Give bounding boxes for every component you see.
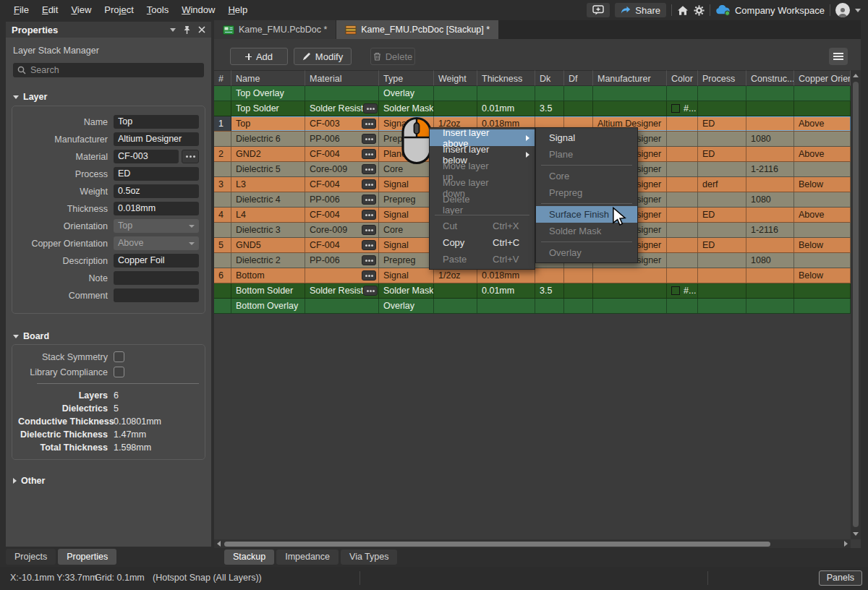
material-ellipsis-button[interactable] bbox=[362, 255, 376, 265]
field-input[interactable]: Copper Foil bbox=[114, 254, 199, 268]
panel-footer-tab[interactable]: Projects bbox=[6, 549, 56, 565]
pin-icon[interactable] bbox=[183, 25, 191, 35]
view-tab[interactable]: Stackup bbox=[224, 550, 274, 565]
header-cell[interactable]: # bbox=[214, 70, 231, 86]
workspace-button[interactable]: Company Workspace bbox=[715, 5, 825, 16]
table-row[interactable]: Top Overlay Overlay bbox=[214, 86, 851, 101]
header-cell[interactable]: Process bbox=[698, 70, 746, 86]
material-ellipsis-button[interactable] bbox=[362, 134, 376, 144]
material-ellipsis-button[interactable] bbox=[363, 103, 378, 114]
header-cell[interactable]: Name bbox=[231, 70, 305, 86]
panel-footer-tab[interactable]: Properties bbox=[58, 549, 116, 565]
material-ellipsis-button[interactable] bbox=[362, 270, 376, 281]
context-menu-item[interactable]: Delete layer bbox=[430, 196, 535, 213]
scroll-down-arrow[interactable] bbox=[853, 532, 859, 536]
context-menu-item[interactable]: Paste Ctrl+V bbox=[430, 251, 535, 268]
submenu-item[interactable]: Signal bbox=[536, 129, 637, 146]
field-input[interactable]: Altium Designer bbox=[114, 132, 199, 146]
submenu-item[interactable] bbox=[541, 165, 632, 166]
header-cell[interactable]: Material bbox=[305, 70, 379, 86]
field-input[interactable]: 0.5oz bbox=[114, 184, 199, 198]
header-cell[interactable]: Construc... bbox=[746, 70, 794, 86]
menu-item[interactable]: Project bbox=[98, 0, 140, 20]
submenu-item[interactable] bbox=[541, 203, 632, 204]
field-input[interactable]: 0.018mm bbox=[114, 202, 199, 215]
field-input[interactable] bbox=[114, 271, 199, 285]
material-ellipsis-button[interactable] bbox=[362, 164, 376, 174]
submenu-item[interactable]: Core bbox=[536, 168, 637, 184]
color-checkbox[interactable] bbox=[671, 104, 680, 113]
header-cell[interactable]: Color bbox=[667, 70, 698, 86]
section-other-header[interactable]: Other bbox=[13, 476, 45, 486]
search-input[interactable] bbox=[30, 65, 200, 75]
home-icon[interactable] bbox=[677, 5, 689, 16]
context-menu-item[interactable]: Copy Ctrl+C bbox=[430, 234, 535, 251]
header-cell[interactable]: Copper Orient bbox=[794, 70, 851, 86]
header-cell[interactable]: Manufacturer bbox=[593, 70, 667, 86]
header-cell[interactable]: Dk bbox=[535, 70, 564, 86]
checkbox[interactable] bbox=[114, 367, 124, 377]
checkbox[interactable] bbox=[114, 351, 124, 362]
table-menu-button[interactable] bbox=[829, 48, 848, 65]
header-cell[interactable]: Weight bbox=[434, 70, 477, 86]
scroll-right-arrow[interactable] bbox=[844, 541, 848, 547]
scroll-thumb[interactable] bbox=[853, 82, 859, 527]
panels-button[interactable]: Panels bbox=[819, 570, 862, 586]
field-input[interactable]: Top bbox=[114, 219, 199, 233]
comment-button[interactable] bbox=[587, 3, 610, 17]
avatar[interactable] bbox=[835, 3, 850, 17]
submenu-item[interactable]: Plane bbox=[536, 146, 637, 163]
avatar-caret-icon[interactable] bbox=[855, 9, 861, 12]
menu-item[interactable]: Tools bbox=[140, 0, 175, 20]
material-ellipsis-button[interactable] bbox=[182, 150, 199, 163]
menu-item[interactable]: File bbox=[7, 0, 35, 20]
material-ellipsis-button[interactable] bbox=[363, 286, 378, 296]
gear-icon[interactable] bbox=[694, 5, 705, 16]
color-checkbox[interactable] bbox=[671, 286, 680, 295]
material-ellipsis-button[interactable] bbox=[362, 194, 376, 205]
table-row[interactable]: Bottom Overlay Overlay bbox=[214, 299, 851, 314]
menu-item[interactable]: Help bbox=[221, 0, 254, 20]
view-tab[interactable]: Impedance bbox=[276, 550, 339, 565]
material-ellipsis-button[interactable] bbox=[362, 210, 376, 220]
field-input[interactable]: CF-003 bbox=[114, 150, 179, 163]
close-icon[interactable] bbox=[198, 26, 205, 33]
view-tab[interactable]: Via Types bbox=[341, 550, 397, 565]
context-menu-item[interactable] bbox=[435, 215, 529, 215]
section-layer-header[interactable]: Layer bbox=[13, 92, 47, 102]
field-input[interactable] bbox=[114, 288, 199, 302]
material-ellipsis-button[interactable] bbox=[362, 179, 376, 189]
add-button[interactable]: Add bbox=[230, 48, 288, 65]
menu-item[interactable]: Window bbox=[175, 0, 221, 20]
scroll-thumb[interactable] bbox=[224, 542, 770, 547]
header-cell[interactable]: Type bbox=[379, 70, 434, 86]
scroll-up-arrow[interactable] bbox=[853, 74, 859, 77]
submenu-item[interactable] bbox=[541, 241, 632, 242]
search-box[interactable] bbox=[13, 63, 204, 77]
section-board-header[interactable]: Board bbox=[13, 331, 49, 341]
submenu-item[interactable]: Prepreg bbox=[536, 184, 637, 201]
menu-item[interactable]: View bbox=[64, 0, 98, 20]
field-input[interactable]: Above bbox=[114, 236, 199, 250]
modify-button[interactable]: Modify bbox=[294, 48, 352, 65]
header-cell[interactable]: Df bbox=[564, 70, 593, 86]
material-ellipsis-button[interactable] bbox=[362, 225, 376, 235]
field-input[interactable]: ED bbox=[114, 167, 199, 181]
vertical-scrollbar[interactable] bbox=[851, 70, 861, 539]
table-row[interactable]: Top Solder Solder Resist Solder Mask 0.0… bbox=[214, 101, 851, 116]
menu-item[interactable]: Edit bbox=[35, 0, 64, 20]
share-button[interactable]: Share bbox=[615, 3, 666, 17]
material-ellipsis-button[interactable] bbox=[362, 149, 376, 159]
field-input[interactable]: Top bbox=[114, 115, 199, 129]
submenu-item[interactable]: Overlay bbox=[536, 244, 637, 261]
panel-dropdown-icon[interactable] bbox=[170, 28, 176, 32]
scroll-left-arrow[interactable] bbox=[217, 541, 221, 547]
delete-button[interactable]: Delete bbox=[370, 48, 415, 65]
horizontal-scrollbar[interactable] bbox=[214, 539, 851, 548]
document-tab[interactable]: Kame_FMU.PcbDoc * bbox=[214, 20, 336, 39]
header-cell[interactable]: Thickness bbox=[477, 70, 535, 86]
table-row[interactable]: 6 Bottom Signal 1/2oz 0.018mm Below bbox=[214, 268, 851, 283]
context-menu-item[interactable]: Cut Ctrl+X bbox=[430, 218, 535, 234]
material-ellipsis-button[interactable] bbox=[362, 119, 376, 129]
table-row[interactable]: Bottom Solder Solder Resist Solder Mask … bbox=[214, 283, 851, 299]
